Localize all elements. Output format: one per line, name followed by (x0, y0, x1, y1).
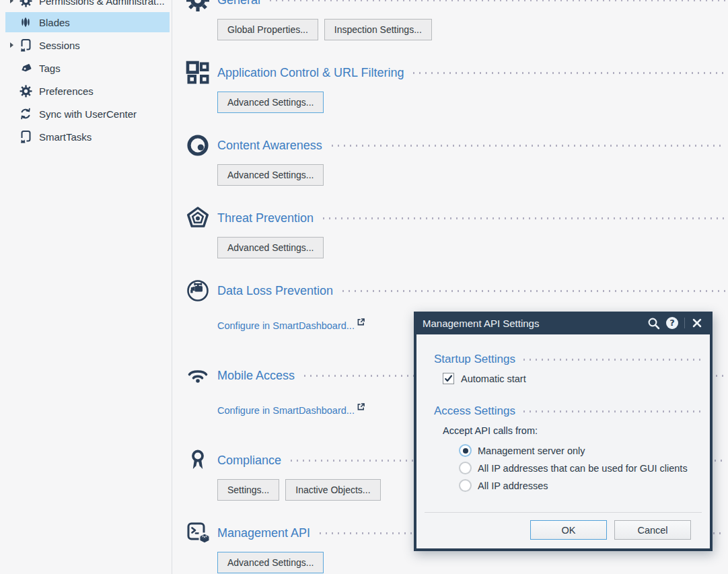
accept-api-calls-label: Accept API calls from: (443, 425, 538, 436)
section-title: Threat Prevention (217, 211, 314, 225)
section-title: Mobile Access (217, 369, 295, 383)
sidebar-item-smarttasks[interactable]: SmartTasks (5, 127, 170, 147)
dotted-leader (413, 72, 725, 74)
configure-smartdashboard-link[interactable]: Configure in SmartDashboard... (217, 405, 365, 416)
access-settings-section: Access Settings (434, 404, 700, 419)
chevron-right-icon[interactable] (5, 0, 17, 3)
titlebar-separator (684, 318, 685, 328)
dotted-leader (523, 359, 700, 361)
dotted-leader (270, 0, 725, 1)
sidebar-item-label: Blades (39, 17, 70, 28)
section-general: General Global Properties... Inspection … (186, 0, 725, 40)
session-icon (17, 38, 34, 52)
dialog-title: Management API Settings (423, 318, 644, 329)
sidebar-item-sessions[interactable]: Sessions (5, 35, 170, 55)
section-title: General (217, 0, 260, 7)
link-label: Configure in SmartDashboard... (217, 405, 355, 416)
management-api-settings-dialog: Management API Settings ? Startup Settin… (414, 312, 713, 551)
sidebar-item-label: Sync with UserCenter (39, 108, 137, 120)
sidebar-item-sync-usercenter[interactable]: Sync with UserCenter (5, 104, 170, 124)
section-heading: Access Settings (434, 404, 515, 418)
footer-divider (425, 512, 702, 513)
section-title: Compliance (217, 454, 281, 468)
sidebar-item-label: Sessions (39, 40, 80, 51)
sidebar-item-label: Tags (39, 63, 61, 74)
external-link-icon (357, 403, 365, 410)
radio-row: All IP addresses (459, 479, 548, 492)
tag-icon (17, 61, 34, 75)
checkbox-label: Automatic start (461, 373, 526, 384)
app-grid-icon (186, 61, 210, 85)
sidebar-item-preferences[interactable]: Preferences (5, 81, 170, 101)
search-icon[interactable] (644, 314, 663, 332)
radio-all-ip-addresses[interactable] (459, 479, 472, 492)
dialog-body: Startup Settings Automatic start Access … (414, 334, 713, 551)
sidebar-item-label: Permissions & Administrat... (39, 0, 165, 7)
radio-row: All IP addresses that can be used for GU… (459, 462, 688, 474)
configure-smartdashboard-link[interactable]: Configure in SmartDashboard... (217, 320, 365, 331)
inspection-settings-button[interactable]: Inspection Settings... (324, 19, 432, 40)
radio-row: Management server only (459, 444, 585, 457)
external-link-icon (357, 318, 365, 326)
terminal-cube-icon (186, 521, 210, 545)
blades-icon (17, 15, 34, 29)
sidebar: Permissions & Administrat... Blades (0, 0, 172, 574)
startup-settings-section: Startup Settings (434, 352, 700, 367)
dotted-leader (523, 410, 700, 412)
section-title: Data Loss Prevention (217, 284, 333, 298)
inactive-objects-button[interactable]: Inactive Objects... (285, 479, 380, 501)
session-icon (17, 130, 34, 143)
dotted-leader (323, 217, 725, 219)
content-eye-icon (186, 133, 210, 157)
shield-icon (186, 206, 210, 230)
radio-management-server-only[interactable] (459, 444, 472, 457)
section-title: Application Control & URL Filtering (217, 66, 404, 80)
chevron-right-icon[interactable] (5, 42, 17, 48)
settings-button[interactable]: Settings... (217, 479, 279, 501)
section-title: Content Awareness (217, 139, 322, 153)
section-heading: Startup Settings (434, 353, 515, 366)
help-icon[interactable]: ? (663, 314, 682, 332)
advanced-settings-button[interactable]: Advanced Settings... (217, 92, 324, 113)
dotted-leader (332, 145, 725, 147)
section-threat-prevention: Threat Prevention Advanced Settings... (186, 206, 725, 258)
cancel-button[interactable]: Cancel (614, 520, 691, 540)
radio-all-ip-gui-clients[interactable] (459, 462, 472, 474)
ok-button[interactable]: OK (530, 520, 607, 540)
link-label: Configure in SmartDashboard... (217, 320, 355, 331)
gear-icon (17, 0, 34, 7)
sidebar-item-label: SmartTasks (39, 131, 92, 143)
automatic-start-checkbox[interactable] (443, 373, 454, 384)
radio-label: Management server only (478, 445, 585, 456)
advanced-settings-button[interactable]: Advanced Settings... (217, 164, 324, 186)
dotted-leader (342, 290, 725, 292)
app-window: Permissions & Administrat... Blades (0, 0, 728, 574)
section-app-control: Application Control & URL Filtering Adva… (186, 61, 725, 113)
wifi-icon (186, 363, 210, 388)
gear-icon (186, 0, 210, 12)
sidebar-item-tags[interactable]: Tags (5, 58, 170, 78)
section-title: Management API (217, 526, 310, 540)
sidebar-item-label: Preferences (39, 85, 94, 97)
gear-icon (17, 84, 34, 98)
sync-icon (17, 107, 34, 120)
section-content-awareness: Content Awareness Advanced Settings... (186, 133, 725, 186)
faucet-icon (186, 279, 210, 303)
sidebar-item-blades[interactable]: Blades (5, 12, 170, 32)
advanced-settings-button[interactable]: Advanced Settings... (217, 237, 324, 258)
sidebar-item-permissions[interactable]: Permissions & Administrat... (5, 0, 170, 11)
award-icon (186, 448, 210, 472)
close-icon[interactable] (688, 314, 706, 332)
automatic-start-row: Automatic start (443, 373, 526, 384)
global-properties-button[interactable]: Global Properties... (217, 19, 318, 40)
radio-label: All IP addresses (478, 480, 548, 491)
dialog-titlebar: Management API Settings ? (414, 312, 713, 334)
advanced-settings-button[interactable]: Advanced Settings... (217, 552, 324, 573)
radio-label: All IP addresses that can be used for GU… (478, 463, 688, 474)
